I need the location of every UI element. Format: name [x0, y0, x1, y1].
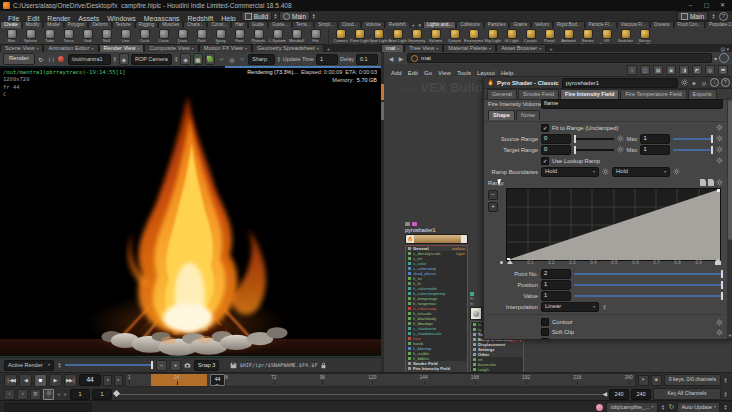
pane-tab-menu-icon[interactable]: ▾ [539, 45, 541, 52]
gear-icon[interactable] [673, 168, 680, 175]
shelf-tab[interactable]: Rigid Bod... [553, 21, 585, 28]
boundary-right-dropdown[interactable]: Hold▾ [612, 167, 670, 177]
current-frame-field[interactable]: 44 [79, 374, 101, 386]
network-canvas[interactable]: IndieVEX Builder pyroshader1 [384, 76, 732, 372]
snapshot-lock-icon[interactable] [320, 362, 327, 369]
pane-tab[interactable]: Scene View▾ [0, 44, 43, 52]
snapshot-camera-icon[interactable] [184, 362, 191, 369]
flipbook-icon[interactable]: ▥ [30, 389, 41, 400]
playbar-options-icon[interactable] [43, 389, 54, 400]
node-pyroshader1[interactable]: pyroshader1 surface layer [405, 222, 468, 372]
point-no-field[interactable]: 2 [541, 269, 571, 279]
shelf-tab[interactable]: Guide... [268, 21, 292, 28]
shelf-tab[interactable]: Create [0, 21, 22, 28]
pane-tab-menu-icon[interactable]: ▾ [137, 45, 139, 52]
rop-jump-icon[interactable]: ◈ [119, 53, 129, 65]
shelf-tab[interactable]: Particle Fl... [585, 21, 617, 28]
jump-to-start-button[interactable]: ❘◀◀ [4, 374, 17, 387]
gear-icon[interactable] [716, 146, 723, 153]
shelf-tool[interactable]: L-System [268, 28, 287, 44]
shelf-tab[interactable]: Particles [484, 21, 510, 28]
shelf-tab[interactable]: Grains [509, 21, 531, 28]
shelf-tool[interactable]: Font [230, 28, 249, 44]
shelf-tab[interactable]: Texture [112, 21, 135, 28]
gear-icon[interactable] [716, 179, 723, 186]
shelf-tool-light[interactable]: GI Light [502, 28, 521, 44]
update-time-field[interactable]: 1 [316, 54, 338, 65]
target-range-min-slider[interactable] [574, 149, 614, 151]
shelf-tool[interactable]: Metaball [287, 28, 306, 44]
source-range-max-field[interactable]: 1 [640, 134, 670, 144]
contour-checkbox[interactable] [541, 318, 549, 326]
stop-render-icon[interactable] [57, 54, 65, 64]
shelf-tool-light[interactable]: VR Camera [597, 28, 616, 44]
fit-to-range-checkbox[interactable]: ✓ [541, 124, 549, 132]
shelf-tab[interactable]: Hair [231, 21, 247, 28]
gear-icon[interactable] [716, 135, 723, 142]
pane-tab-menu-icon[interactable]: ▾ [245, 45, 247, 52]
shelf-tool[interactable]: Torus [59, 28, 78, 44]
shelf-set-stepper[interactable]: ▲▼ [311, 12, 316, 20]
pane-tab[interactable]: Render View▾ [99, 44, 145, 52]
cook-mode-selector[interactable]: Auto Update▾ [677, 402, 720, 412]
key-all-channels-button[interactable]: Key All Channels [653, 388, 721, 400]
rop-selector[interactable]: /out/mantra1 [68, 54, 111, 65]
magnifier-icon[interactable]: ◎ [228, 54, 236, 64]
delay-field[interactable]: 0.1 [356, 54, 378, 65]
pane-tab-menu-icon[interactable]: ▾ [489, 45, 491, 52]
shelf-tab[interactable]: Deform [88, 21, 111, 28]
shelf-tool[interactable]: Null [97, 28, 116, 44]
zoom-node-icon[interactable]: ◎ [700, 79, 708, 87]
refresh-icon[interactable]: ↻ [37, 54, 45, 64]
global-range-end-field[interactable]: 240 [631, 389, 651, 400]
gear-icon[interactable] [716, 157, 723, 164]
playback-range-end-field[interactable]: 240 [609, 389, 629, 400]
stop-button[interactable]: ■ [34, 374, 47, 387]
color-palette-icon[interactable]: ◩ [692, 65, 702, 75]
render-button[interactable]: Render [3, 53, 35, 65]
desktop-selector[interactable]: Build [241, 11, 272, 21]
minimize-button[interactable]: – [684, 1, 697, 10]
maximize-button[interactable]: ▢ [700, 1, 713, 10]
keyframe-icon[interactable]: ◆ [651, 375, 662, 386]
shelf-tool-light[interactable]: Spot Light [369, 28, 388, 44]
play-reverse-button[interactable]: ◀ [19, 374, 32, 387]
playback-range-start-field[interactable]: 1 [92, 389, 112, 400]
shelf-tool-light[interactable]: Switcher [616, 28, 635, 44]
source-range-max-slider[interactable] [673, 138, 713, 140]
shelf-tool-light[interactable]: Ambient Light [559, 28, 578, 44]
main-shelf-stepper[interactable]: ▲▼ [711, 12, 716, 20]
pane-tab-menu-icon[interactable]: ▾ [92, 45, 94, 52]
ramp-paste-icon[interactable] [708, 179, 714, 186]
ramp-editor[interactable]: − + [488, 188, 723, 268]
shelf-tab[interactable]: Oceans [650, 21, 674, 28]
keys-stepper[interactable]: ▲▼ [723, 376, 728, 384]
wrench-icon[interactable]: ⌇ [627, 65, 637, 75]
playback-range-slider[interactable]: ◀ [114, 389, 607, 399]
pane-tab[interactable]: mat▾ [381, 44, 404, 52]
step-back-button[interactable]: ◂ [103, 375, 112, 386]
interrupt-indicator-icon[interactable] [596, 404, 603, 411]
shelf-tab[interactable]: Polygon [64, 21, 89, 28]
global-range-start-field[interactable]: 1 [70, 389, 90, 400]
shelf-tab[interactable]: Chara... [183, 21, 207, 28]
keys-channels-button[interactable]: 0 keys, 0/0 channels [664, 374, 721, 386]
use-lookup-ramp-checkbox[interactable]: ✓ [541, 157, 549, 165]
source-range-min-field[interactable]: 0 [541, 134, 571, 144]
pane-tab[interactable]: Geometry Spreadsheet▾ [252, 44, 324, 52]
pane-tab[interactable]: Material Palette▾ [443, 44, 496, 52]
target-range-max-field[interactable]: 1 [640, 145, 670, 155]
range-end-handle[interactable]: ◀ [602, 390, 607, 398]
simulation-toggle-icon[interactable]: ✦ [638, 375, 649, 386]
shelf-tool-light[interactable]: Geometry Light [407, 28, 426, 44]
shelf-tab[interactable]: Model [43, 21, 64, 28]
snapshot-path-text[interactable]: $HIP/ipr/$SNAPNAME.$F4.$F [239, 362, 317, 368]
layout-two-icon[interactable]: ◨ [679, 65, 689, 75]
shelf-tool[interactable]: Box [2, 28, 21, 44]
audio-icon[interactable]: ◖ [17, 389, 28, 400]
filter-stepper[interactable]: ▲▼ [277, 55, 281, 63]
interpolation-stepper[interactable]: ▲▼ [602, 303, 607, 311]
pause-icon[interactable]: ❘❘ [47, 54, 55, 64]
pane-tab-menu-icon[interactable]: ▾ [436, 45, 438, 52]
close-button[interactable]: ✕ [716, 1, 729, 10]
